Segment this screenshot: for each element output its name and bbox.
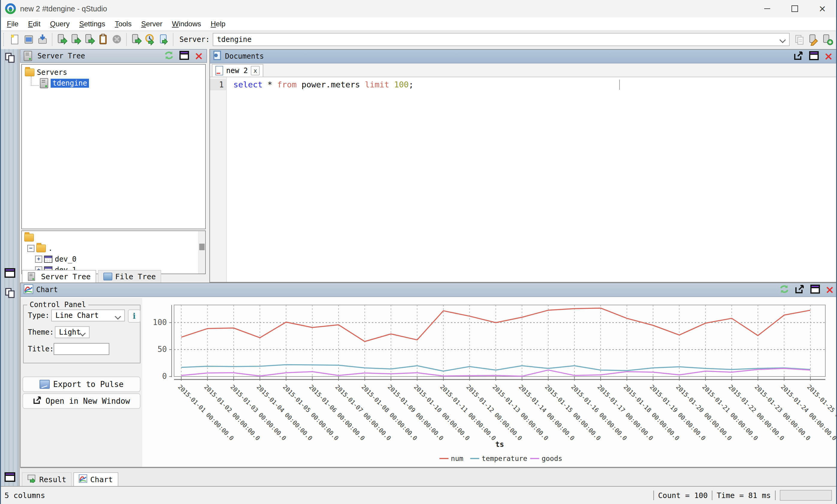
document-icon [215, 66, 223, 75]
x-axis-title: ts [496, 440, 504, 449]
popout-icon[interactable] [795, 284, 805, 295]
dot-folder-node[interactable]: . [48, 244, 52, 253]
export-to-pulse-button[interactable]: Export to Pulse [22, 376, 141, 392]
expand-icon[interactable]: + [35, 256, 42, 263]
qstudio-window: new 2 #tdengine - qStudio × File Edit Qu… [0, 0, 837, 504]
menu-server[interactable]: Server [138, 19, 166, 29]
server-combo-value: tdengine [217, 35, 252, 44]
run-query-icon[interactable] [56, 33, 68, 46]
document-tab-new2[interactable]: new 2 x [212, 64, 263, 77]
maximize-button[interactable] [781, 0, 808, 17]
refresh-icon[interactable] [164, 50, 174, 62]
maximize-panel-icon[interactable] [811, 285, 820, 295]
cascade-windows-icon[interactable] [4, 52, 16, 64]
status-separator [712, 490, 712, 500]
close-button[interactable]: × [808, 0, 836, 17]
maximize-panel-icon[interactable] [179, 51, 189, 61]
tab-server-tree-label: Server Tree [41, 272, 91, 281]
menu-tools[interactable]: Tools [111, 19, 135, 29]
status-bar: 5 columns Count = 100 Time = 81 ms [1, 486, 836, 504]
line-number: 1 [210, 79, 226, 90]
menu-settings[interactable]: Settings [75, 19, 109, 29]
popout-icon[interactable] [794, 51, 804, 62]
cascade-windows-icon[interactable] [4, 287, 16, 299]
toolbar-separator [52, 33, 52, 46]
menu-bar: File Edit Query Settings Tools Server Wi… [1, 17, 836, 31]
menu-windows[interactable]: Windows [168, 19, 204, 29]
new-document-icon[interactable] [9, 33, 21, 46]
svg-text:2015-01-19 00:00:00.0: 2015-01-19 00:00:00.0 [648, 384, 707, 442]
server-tree-header: Server Tree × [20, 49, 207, 63]
theme-combo-value: Light [59, 328, 81, 336]
svg-text:50: 50 [158, 345, 167, 354]
sql-editor[interactable]: 1 select * from power.meters limit 100; [210, 77, 836, 282]
type-combo-value: Line Chart [55, 311, 99, 320]
menu-help[interactable]: Help [207, 19, 229, 29]
minimize-button[interactable] [753, 0, 781, 17]
table-node-dev0[interactable]: dev_0 [55, 255, 76, 263]
type-combo[interactable]: Line Chart [51, 310, 125, 321]
tab-close-button[interactable]: x [251, 66, 260, 75]
tab-chart[interactable]: Chart [73, 472, 118, 486]
close-panel-icon[interactable]: × [824, 52, 833, 61]
svg-text:2015-01-11 00:00:00.0: 2015-01-11 00:00:00.0 [439, 384, 497, 442]
documents-title: Documents [225, 52, 264, 60]
server-icon [40, 78, 48, 88]
toolbar-separator [173, 33, 174, 46]
chart-info-button[interactable]: i [128, 310, 141, 323]
svg-text:2015-01-06 00:00:00.0: 2015-01-06 00:00:00.0 [308, 384, 367, 442]
menu-edit[interactable]: Edit [24, 19, 44, 29]
folder-icon [25, 69, 34, 76]
server-combo[interactable]: tdengine [213, 33, 790, 46]
copy-server-icon [794, 33, 805, 46]
maximize-panel-icon[interactable] [809, 51, 819, 61]
documents-panel: Documents × new 2 x 1 select * from powe… [209, 49, 837, 282]
tdengine-node[interactable]: tdengine [51, 79, 89, 88]
servers-root-node[interactable]: Servers [37, 68, 67, 77]
add-server-icon[interactable] [821, 33, 833, 46]
y-axis: 050100 [153, 305, 172, 381]
run-line-icon[interactable] [70, 33, 82, 46]
tab-file-tree-label: File Tree [115, 272, 156, 281]
save-icon[interactable] [37, 33, 49, 46]
open-in-new-window-button[interactable]: Open in New Window [22, 393, 141, 409]
restore-panel-icon[interactable] [4, 267, 16, 279]
tab-result[interactable]: Result [22, 472, 72, 486]
refresh-icon[interactable] [779, 284, 789, 295]
clipboard-icon[interactable] [97, 33, 109, 46]
status-time: Time = 81 ms [716, 491, 771, 500]
pulse-icon [39, 380, 50, 389]
edit-server-icon[interactable] [807, 33, 819, 46]
svg-text:2015-01-08 00:00:00.0: 2015-01-08 00:00:00.0 [360, 384, 419, 442]
popout-icon [33, 396, 42, 406]
menu-query[interactable]: Query [47, 19, 73, 29]
svg-text:goods: goods [541, 454, 562, 462]
tab-file-tree[interactable]: File Tree [98, 270, 161, 282]
scrollbar-track[interactable] [198, 231, 205, 274]
dock-strip-bottom [1, 282, 19, 504]
collapse-icon[interactable]: − [27, 245, 34, 252]
schedule-icon[interactable] [144, 33, 156, 46]
editor-gutter [210, 77, 227, 282]
close-icon: × [818, 4, 826, 13]
close-panel-icon[interactable]: × [825, 285, 834, 294]
sql-token: power.meters [302, 80, 365, 89]
close-panel-icon[interactable]: × [194, 52, 203, 60]
tab-server-tree[interactable]: Server Tree [22, 270, 96, 282]
result-tab-icon [27, 474, 36, 485]
menu-file[interactable]: File [3, 19, 22, 29]
server-tree-icon [24, 51, 32, 61]
chart-icon [24, 284, 33, 295]
file-tree-tab-icon [103, 273, 112, 280]
chart-title-input[interactable] [54, 343, 109, 355]
status-separator [775, 490, 776, 500]
open-file-icon[interactable] [23, 33, 35, 46]
send-script-icon[interactable] [158, 33, 170, 46]
run-selection-icon[interactable] [83, 33, 95, 46]
scrollbar-thumb[interactable] [199, 244, 204, 250]
svg-text:0: 0 [162, 372, 167, 381]
restore-panel-icon[interactable] [4, 471, 16, 483]
theme-combo[interactable]: Light [55, 326, 90, 338]
sql-token: select [233, 80, 268, 89]
run-script-icon[interactable] [130, 33, 142, 46]
